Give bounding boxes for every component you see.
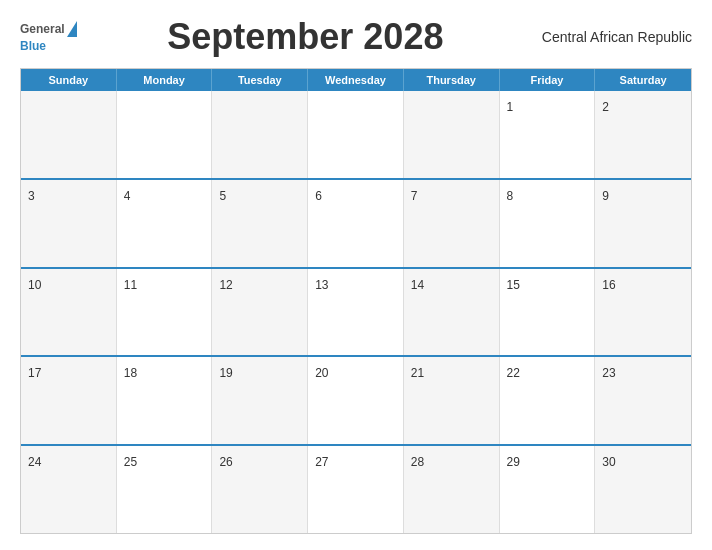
- day-cell-2-5: 15: [500, 269, 596, 356]
- day-number-18: 18: [124, 366, 137, 380]
- day-number-15: 15: [507, 278, 520, 292]
- day-cell-4-6: 30: [595, 446, 691, 533]
- day-cell-2-4: 14: [404, 269, 500, 356]
- day-cell-1-4: 7: [404, 180, 500, 267]
- day-cell-1-6: 9: [595, 180, 691, 267]
- day-number-27: 27: [315, 455, 328, 469]
- day-cell-2-0: 10: [21, 269, 117, 356]
- day-number-22: 22: [507, 366, 520, 380]
- day-cell-2-3: 13: [308, 269, 404, 356]
- day-number-5: 5: [219, 189, 226, 203]
- day-cell-2-6: 16: [595, 269, 691, 356]
- week-row-2: 3456789: [21, 180, 691, 269]
- calendar-page: General Blue September 2028 Central Afri…: [0, 0, 712, 550]
- day-cell-0-4: [404, 91, 500, 178]
- day-cell-1-5: 8: [500, 180, 596, 267]
- day-number-10: 10: [28, 278, 41, 292]
- day-number-16: 16: [602, 278, 615, 292]
- header-thursday: Thursday: [404, 69, 500, 91]
- day-cell-3-3: 20: [308, 357, 404, 444]
- day-number-3: 3: [28, 189, 35, 203]
- logo: General Blue: [20, 21, 79, 53]
- day-number-19: 19: [219, 366, 232, 380]
- day-number-12: 12: [219, 278, 232, 292]
- week-row-3: 10111213141516: [21, 269, 691, 358]
- day-number-14: 14: [411, 278, 424, 292]
- day-cell-3-2: 19: [212, 357, 308, 444]
- header-sunday: Sunday: [21, 69, 117, 91]
- day-number-25: 25: [124, 455, 137, 469]
- week-row-5: 24252627282930: [21, 446, 691, 533]
- day-number-24: 24: [28, 455, 41, 469]
- header-monday: Monday: [117, 69, 213, 91]
- day-number-26: 26: [219, 455, 232, 469]
- header-saturday: Saturday: [595, 69, 691, 91]
- calendar: Sunday Monday Tuesday Wednesday Thursday…: [20, 68, 692, 534]
- day-number-2: 2: [602, 100, 609, 114]
- day-cell-0-0: [21, 91, 117, 178]
- week-row-1: 12: [21, 91, 691, 180]
- day-cell-4-4: 28: [404, 446, 500, 533]
- day-headers: Sunday Monday Tuesday Wednesday Thursday…: [21, 69, 691, 91]
- day-cell-4-1: 25: [117, 446, 213, 533]
- day-cell-3-4: 21: [404, 357, 500, 444]
- day-cell-2-2: 12: [212, 269, 308, 356]
- day-number-30: 30: [602, 455, 615, 469]
- day-cell-3-5: 22: [500, 357, 596, 444]
- day-cell-2-1: 11: [117, 269, 213, 356]
- day-number-20: 20: [315, 366, 328, 380]
- day-cell-3-6: 23: [595, 357, 691, 444]
- day-cell-0-2: [212, 91, 308, 178]
- day-cell-3-1: 18: [117, 357, 213, 444]
- day-cell-1-0: 3: [21, 180, 117, 267]
- day-cell-1-3: 6: [308, 180, 404, 267]
- day-cell-1-1: 4: [117, 180, 213, 267]
- day-cell-0-3: [308, 91, 404, 178]
- day-cell-4-5: 29: [500, 446, 596, 533]
- day-number-9: 9: [602, 189, 609, 203]
- day-cell-0-6: 2: [595, 91, 691, 178]
- calendar-body: 1234567891011121314151617181920212223242…: [21, 91, 691, 533]
- day-cell-3-0: 17: [21, 357, 117, 444]
- day-number-29: 29: [507, 455, 520, 469]
- day-cell-0-5: 1: [500, 91, 596, 178]
- header: General Blue September 2028 Central Afri…: [20, 16, 692, 58]
- day-cell-4-2: 26: [212, 446, 308, 533]
- logo-general-text: General: [20, 23, 65, 35]
- country-name: Central African Republic: [532, 29, 692, 45]
- header-tuesday: Tuesday: [212, 69, 308, 91]
- day-number-17: 17: [28, 366, 41, 380]
- day-number-11: 11: [124, 278, 137, 292]
- day-number-1: 1: [507, 100, 514, 114]
- day-cell-4-3: 27: [308, 446, 404, 533]
- day-number-7: 7: [411, 189, 418, 203]
- day-cell-1-2: 5: [212, 180, 308, 267]
- day-number-4: 4: [124, 189, 131, 203]
- day-number-28: 28: [411, 455, 424, 469]
- header-friday: Friday: [500, 69, 596, 91]
- logo-blue-text: Blue: [20, 39, 46, 53]
- week-row-4: 17181920212223: [21, 357, 691, 446]
- day-number-13: 13: [315, 278, 328, 292]
- day-cell-0-1: [117, 91, 213, 178]
- day-cell-4-0: 24: [21, 446, 117, 533]
- day-number-6: 6: [315, 189, 322, 203]
- day-number-21: 21: [411, 366, 424, 380]
- day-number-8: 8: [507, 189, 514, 203]
- month-title: September 2028: [79, 16, 532, 58]
- day-number-23: 23: [602, 366, 615, 380]
- logo-triangle-icon: [67, 21, 77, 37]
- header-wednesday: Wednesday: [308, 69, 404, 91]
